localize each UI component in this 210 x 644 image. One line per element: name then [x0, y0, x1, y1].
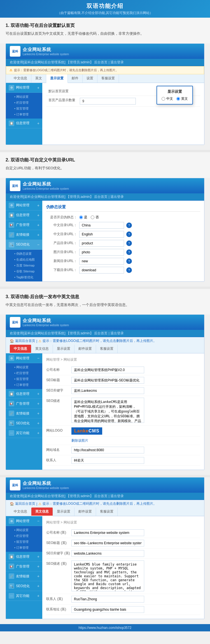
sub-message-3b[interactable]: 留言管理	[14, 539, 42, 545]
radio-chinese-input[interactable]	[162, 97, 165, 101]
radio-english[interactable]: 英文	[176, 96, 188, 101]
url-help-china[interactable]: ?	[126, 223, 132, 228]
other-icon-3a: ⋯	[9, 430, 14, 436]
url-label-photo: 图片目录URL：	[46, 250, 77, 254]
toggle-yes-input[interactable]	[79, 216, 83, 219]
tab-customer-3b[interactable]: 客服设置	[96, 508, 118, 516]
url-input-news[interactable]	[79, 258, 124, 265]
url-help-news[interactable]: ?	[126, 258, 132, 264]
tab-chinese-info-1[interactable]: 中文信息	[10, 74, 31, 83]
url-input-product[interactable]	[79, 240, 124, 247]
tab-display-3a[interactable]: 显示设置	[53, 345, 74, 353]
sub-order-mgmt-1[interactable]: 订单管理	[14, 112, 42, 117]
label-domain: 网站域名	[46, 447, 71, 452]
tab-email-3a[interactable]: 邮件设置	[74, 345, 96, 353]
tab-english-info-1[interactable]: 英文	[31, 74, 46, 83]
breadcrumb-link-3a[interactable]: 返回后台首页	[15, 339, 35, 343]
sidebar-item-info-mgmt-1[interactable]: 📋 信息管理 +	[6, 119, 42, 128]
cms-nav-text-3b: 欢迎使用[蓝科企业网站后台管理系统] 【管理员:admin】 后台首页 | 退出…	[10, 494, 124, 498]
sub-column-3a[interactable]: 栏目管理	[14, 370, 42, 376]
tab-email-3b[interactable]: 邮件设置	[74, 508, 96, 516]
tab-settings-1[interactable]: 设置	[83, 74, 97, 83]
tab-chinese-3b[interactable]: 中文信息	[10, 508, 31, 516]
sub-baidu-sitemap[interactable]: 百度 Sitemap	[14, 263, 42, 268]
tab-english-3b[interactable]: 英文信息	[31, 508, 53, 516]
sub-order-3a[interactable]: 订单管理	[14, 382, 42, 388]
label-delete-logo	[46, 438, 71, 439]
url-input-china[interactable]	[79, 222, 124, 229]
url-help-product[interactable]: ?	[126, 240, 132, 246]
sidebar-seo-3b[interactable]: 🔍 SEO优化 +	[6, 581, 42, 591]
url-input-download[interactable]	[79, 267, 124, 274]
sub-column-3b[interactable]: 栏目管理	[14, 533, 42, 539]
sidebar-item-seo-2[interactable]: 🔍 SEO优化 −	[6, 240, 42, 250]
toggle-label: 是否开启伪静态：	[46, 215, 77, 220]
tab-display-3b[interactable]: 显示设置	[53, 508, 74, 516]
tab-display-settings-1[interactable]: 显示设置	[46, 74, 68, 83]
tab-customer-3a[interactable]: 客服设置	[96, 345, 118, 353]
url-input-english[interactable]	[79, 231, 124, 238]
sidebar-links-3a[interactable]: 🔗 友情链接 +	[6, 409, 42, 418]
radio-english-label: 英文	[181, 96, 188, 101]
sidebar-item-website-2[interactable]: ⚙ 网站管理 +	[6, 201, 42, 210]
sub-website-settings-1[interactable]: 网站设置	[14, 94, 42, 100]
logo-display: LankeCMS	[71, 427, 102, 435]
sub-tag-optimize[interactable]: Tag标签优化	[14, 274, 42, 280]
radio-english-input[interactable]	[176, 97, 180, 101]
sub-column-mgmt-1[interactable]: 栏目管理	[14, 100, 42, 106]
input-domain[interactable]	[71, 447, 144, 453]
sub-pseudo-static[interactable]: 伪静态设置	[14, 251, 42, 257]
url-label-english: 中文目录URL：	[46, 232, 77, 237]
plus-other-3a: +	[37, 431, 39, 435]
sidebar-website-3b[interactable]: ⚙ 网站管理 −	[6, 516, 42, 526]
seo-label-3a: SEO优化	[16, 421, 30, 426]
toggle-no-input[interactable]	[91, 216, 94, 219]
sub-message-mgmt-1[interactable]: 留言管理	[14, 106, 42, 112]
sidebar-info-3a[interactable]: 📋 信息管理 +	[6, 389, 42, 399]
breadcrumb-link-3b[interactable]: 返回后台首页	[15, 501, 35, 506]
sidebar-seo-3a[interactable]: 🔍 SEO优化 +	[6, 418, 42, 428]
input-address-en[interactable]	[71, 606, 144, 613]
url-help-english[interactable]: ?	[126, 231, 132, 237]
input-seo-keyword[interactable]	[71, 387, 144, 394]
sub-message-3a[interactable]: 留言管理	[14, 376, 42, 382]
sidebar-links-3b[interactable]: 🔗 友情链接 +	[6, 571, 42, 581]
sub-sitemap[interactable]: 生成站点地图	[14, 257, 42, 263]
sidebar-ad-3a[interactable]: 📢 广告管理 +	[6, 399, 42, 409]
sub-order-3b[interactable]: 订单管理	[14, 545, 42, 551]
input-contact-en[interactable]	[71, 596, 144, 603]
textarea-seo-desc-en[interactable]: LankeCMS blue family enterprise website …	[71, 560, 144, 591]
form-table-1: 默认首页设置 显示设置 中文 英文	[46, 87, 200, 107]
sidebar-info-3b[interactable]: 📋 信息管理 +	[6, 552, 42, 562]
sidebar-website-3a[interactable]: ⚙ 网站管理 −	[6, 353, 42, 363]
input-company-en[interactable]	[71, 529, 144, 536]
sub-settings-3b[interactable]: 网站设置	[14, 527, 42, 533]
radio-chinese[interactable]: 中文	[162, 96, 173, 101]
input-seo-keyword-en[interactable]	[71, 550, 144, 557]
sub-google-sitemap[interactable]: 谷歌 Sitemap	[14, 268, 42, 274]
products-count-input[interactable]	[80, 98, 136, 105]
url-input-photo[interactable]	[79, 249, 124, 256]
tab-english-3a[interactable]: 英文信息	[31, 345, 53, 353]
sidebar-item-website-mgmt-1[interactable]: ⚙ 网站管理 +	[6, 83, 42, 93]
tab-chinese-3a[interactable]: 中文信息	[10, 345, 31, 353]
input-seo-title[interactable]	[71, 377, 144, 384]
input-contact[interactable]	[71, 457, 144, 464]
input-seo-title-en[interactable]	[71, 540, 144, 546]
delete-logo-link[interactable]: 删除该图片	[71, 439, 88, 443]
url-help-photo[interactable]: ?	[126, 249, 132, 255]
toggle-no-label[interactable]: 否	[91, 215, 99, 220]
tab-email-1[interactable]: 邮件	[68, 74, 83, 83]
url-help-download[interactable]: ?	[126, 267, 132, 273]
input-company[interactable]	[71, 367, 144, 373]
sub-website-settings-3a[interactable]: 网站设置	[14, 364, 42, 370]
sidebar-other-3b[interactable]: ⋯ 其它功能 +	[6, 591, 42, 601]
tab-customer-1[interactable]: 客服设置	[97, 74, 119, 83]
textarea-seo-desc[interactable]: 蓝科企业网站系统LankeCMS是采用PHP+MYSQL模式运行开发的，架构清晰…	[71, 398, 144, 423]
sidebar-item-links-2[interactable]: 🔗 友情链接 +	[6, 230, 42, 240]
sidebar-ad-3b[interactable]: 📢 广告管理 +	[6, 562, 42, 571]
sidebar-other-3a[interactable]: ⋯ 其它功能 +	[6, 428, 42, 438]
toggle-yes-label[interactable]: 是	[79, 215, 87, 220]
sidebar-item-ad-2[interactable]: 📢 广告管理 +	[6, 220, 42, 230]
sidebar-item-info-2[interactable]: 📋 信息管理 +	[6, 210, 42, 220]
